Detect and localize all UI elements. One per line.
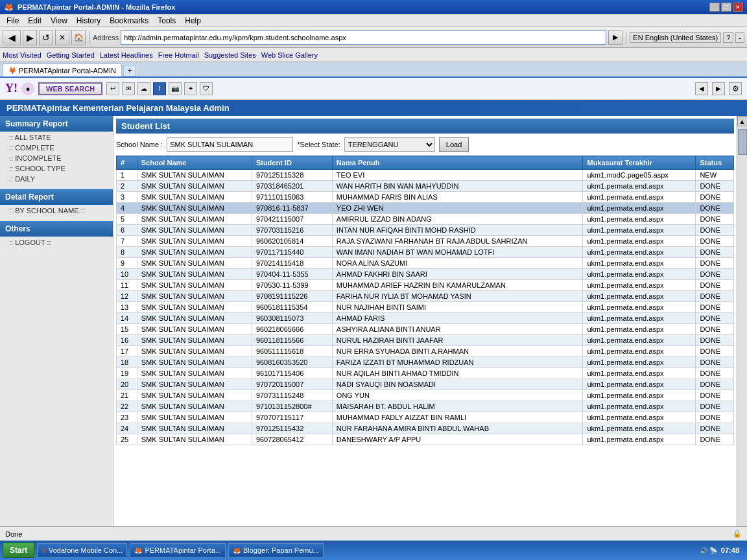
table-row[interactable]: 22SMK SULTAN SULAIMAN9710131152800#MAISA… xyxy=(117,401,734,412)
sidebar-item-school-type[interactable]: :: SCHOOL TYPE xyxy=(0,163,113,174)
table-row[interactable]: 13SMK SULTAN SULAIMAN9605181115354NUR NA… xyxy=(117,302,734,313)
detail-report-header[interactable]: Detail Report xyxy=(0,189,113,205)
state-select[interactable]: TERENGGANU xyxy=(344,137,435,152)
table-row[interactable]: 6SMK SULTAN SULAIMAN970703115216INTAN NU… xyxy=(117,225,734,236)
menu-bookmarks[interactable]: Bookmarks xyxy=(106,16,152,26)
summary-report-header[interactable]: Summary Report xyxy=(0,116,113,132)
table-row[interactable]: 20SMK SULTAN SULAIMAN970720115007NADI SY… xyxy=(117,379,734,390)
back-button[interactable]: ◀ xyxy=(3,30,21,45)
table-row[interactable]: 1SMK SULTAN SULAIMAN970125115328TEO EVIu… xyxy=(117,170,734,181)
school-name-input[interactable] xyxy=(167,137,293,152)
select-state-label: *Select State: xyxy=(297,141,340,148)
sidebar-item-complete[interactable]: :: COMPLETE xyxy=(0,143,113,153)
table-row[interactable]: 12SMK SULTAN SULAIMAN9708191115226FARIHA… xyxy=(117,291,734,302)
bookmark-suggested-sites[interactable]: Suggested Sites xyxy=(204,51,256,59)
load-button[interactable]: Load xyxy=(439,137,469,152)
menu-help[interactable]: Help xyxy=(181,16,205,26)
table-row[interactable]: 7SMK SULTAN SULAIMAN960620105814RAJA SYA… xyxy=(117,236,734,247)
table-row[interactable]: 19SMK SULTAN SULAIMAN961017115406NUR AQI… xyxy=(117,368,734,379)
bookmark-free-hotmail[interactable]: Free Hotmail xyxy=(158,51,199,59)
address-input[interactable] xyxy=(121,30,606,45)
bookmark-getting-started[interactable]: Getting Started xyxy=(47,51,95,59)
toolbar-icon4[interactable]: f xyxy=(153,82,166,95)
sidebar-item-daily[interactable]: :: DAILY xyxy=(0,174,113,184)
table-row[interactable]: 17SMK SULTAN SULAIMAN960511115618NUR ERR… xyxy=(117,346,734,357)
table-row[interactable]: 15SMK SULTAN SULAIMAN960218065666ASHYIRA… xyxy=(117,324,734,335)
start-button[interactable]: Start xyxy=(3,542,34,558)
minimize-btn[interactable]: _ xyxy=(709,3,720,12)
home-button[interactable]: 🏠 xyxy=(71,30,86,45)
cell-mukasurat: ukm1.permata.end.aspx xyxy=(583,379,696,390)
toolbar-icon6[interactable]: ✦ xyxy=(184,82,197,95)
table-row[interactable]: 23SMK SULTAN SULAIMAN970707115117MUHAMMA… xyxy=(117,412,734,423)
cell-mukasurat: ukm1.permata.end.aspx xyxy=(583,357,696,368)
cell-mukasurat: ukm1.permata.end.aspx xyxy=(583,192,696,203)
cell-num: 1 xyxy=(117,170,137,181)
sidebar-item-incomplete[interactable]: :: INCOMPLETE xyxy=(0,153,113,163)
new-tab-button[interactable]: + xyxy=(123,65,136,76)
table-row[interactable]: 21SMK SULTAN SULAIMAN970731115248ONG YUN… xyxy=(117,390,734,401)
taskbar-item-blogger[interactable]: 🦊 Blogger: Papan Pemu... xyxy=(228,543,324,557)
table-row[interactable]: 25SMK SULTAN SULAIMAN960728065412DANESHW… xyxy=(117,434,734,445)
tab-main[interactable]: 🦊 PERMATApintar Portal-ADMIN xyxy=(3,64,122,76)
toolbar-icon1[interactable]: ↩ xyxy=(106,82,119,95)
menu-tools[interactable]: Tools xyxy=(154,16,180,26)
sidebar-item-all-state[interactable]: :: ALL STATE xyxy=(0,132,113,143)
table-row[interactable]: 11SMK SULTAN SULAIMAN970530-11-5399MUHAM… xyxy=(117,280,734,291)
toolbar-icon5[interactable]: 📷 xyxy=(169,82,182,95)
table-row[interactable]: 14SMK SULTAN SULAIMAN960308115073AHMAD F… xyxy=(117,313,734,324)
go-button[interactable]: ▶ xyxy=(608,30,622,45)
toolbar-icon2[interactable]: ✉ xyxy=(122,82,135,95)
table-row[interactable]: 5SMK SULTAN SULAIMAN970421115007AMIRRUL … xyxy=(117,214,734,225)
cell-student-id: 960728065412 xyxy=(252,434,332,445)
scroll-up-btn[interactable]: ▲ xyxy=(737,116,748,126)
table-row[interactable]: 4SMK SULTAN SULAIMAN970816-11-5837YEO ZH… xyxy=(117,203,734,214)
cell-status: DONE xyxy=(696,291,734,302)
others-header[interactable]: Others xyxy=(0,221,113,237)
scrollbar[interactable]: ▲ xyxy=(737,116,747,526)
table-row[interactable]: 18SMK SULTAN SULAIMAN9608160353520FARIZA… xyxy=(117,357,734,368)
toolbar-icon7[interactable]: 🛡 xyxy=(200,82,213,95)
cell-nama: NUR AQILAH BINTI AHMAD TMIDDIN xyxy=(332,368,583,379)
table-row[interactable]: 9SMK SULTAN SULAIMAN970214115418NORA ALI… xyxy=(117,258,734,269)
toolbar-icon3[interactable]: ☁ xyxy=(137,82,150,95)
table-row[interactable]: 24SMK SULTAN SULAIMAN970125115432NUR FAR… xyxy=(117,423,734,434)
bookmark-latest-headlines[interactable]: Latest Headlines xyxy=(100,51,153,59)
help-icon[interactable]: ? xyxy=(723,32,733,43)
sidebar-item-logout[interactable]: :: LOGOUT :: xyxy=(0,237,113,248)
bookmark-most-visited[interactable]: Most Visited xyxy=(3,51,42,59)
cell-school: SMK SULTAN SULAIMAN xyxy=(137,379,252,390)
sidebar-item-by-school-name[interactable]: :: BY SCHOOL NAME :: xyxy=(0,205,113,216)
minimize-small[interactable]: - xyxy=(735,32,744,43)
cell-mukasurat: ukm1.permata.end.aspx xyxy=(583,335,696,346)
toolbar-expand-btn[interactable]: ◀ xyxy=(695,82,708,95)
cell-num: 6 xyxy=(117,225,137,236)
cell-mukasurat: ukm1.permata.end.aspx xyxy=(583,401,696,412)
window-title-bar: 🦊 PERMATApintar Portal-ADMIN - Mozilla F… xyxy=(0,0,747,14)
close-btn[interactable]: ✕ xyxy=(733,3,743,12)
maximize-btn[interactable]: □ xyxy=(721,3,731,12)
forward-button[interactable]: ▶ xyxy=(23,30,37,45)
menu-view[interactable]: View xyxy=(47,16,71,26)
toolbar-expand-btn2[interactable]: ▶ xyxy=(712,82,725,95)
table-row[interactable]: 3SMK SULTAN SULAIMAN971110115063MUHAMMAD… xyxy=(117,192,734,203)
stop-button[interactable]: ✕ xyxy=(55,30,69,45)
bookmark-web-slice[interactable]: Web Slice Gallery xyxy=(261,51,318,59)
table-row[interactable]: 10SMK SULTAN SULAIMAN970404-11-5355AHMAD… xyxy=(117,269,734,280)
menu-edit[interactable]: Edit xyxy=(24,16,45,26)
web-search-button[interactable]: WEB SEARCH xyxy=(38,82,102,95)
reload-button[interactable]: ↺ xyxy=(39,30,53,45)
cell-nama: YEO ZHI WEN xyxy=(332,203,583,214)
table-row[interactable]: 2SMK SULTAN SULAIMAN970318465201WAN HARI… xyxy=(117,181,734,192)
taskbar-item-vodafone[interactable]: V Vodafone Mobile Con... xyxy=(37,543,127,557)
menu-file[interactable]: File xyxy=(3,16,23,26)
taskbar-item-permatapintar[interactable]: 🦊 PERMATApintar Porta... xyxy=(130,543,226,557)
table-row[interactable]: 8SMK SULTAN SULAIMAN970117115440WAN IMAN… xyxy=(117,247,734,258)
table-row[interactable]: 16SMK SULTAN SULAIMAN960118115566NURUL H… xyxy=(117,335,734,346)
scroll-thumb[interactable] xyxy=(738,129,747,155)
cell-nama: FARIHA NUR IYLIA BT MOHAMAD YASIN xyxy=(332,291,583,302)
cell-school: SMK SULTAN SULAIMAN xyxy=(137,401,252,412)
col-nama: Nama Penuh xyxy=(332,156,583,170)
gear-icon[interactable]: ⚙ xyxy=(729,82,742,95)
menu-history[interactable]: History xyxy=(73,16,104,26)
